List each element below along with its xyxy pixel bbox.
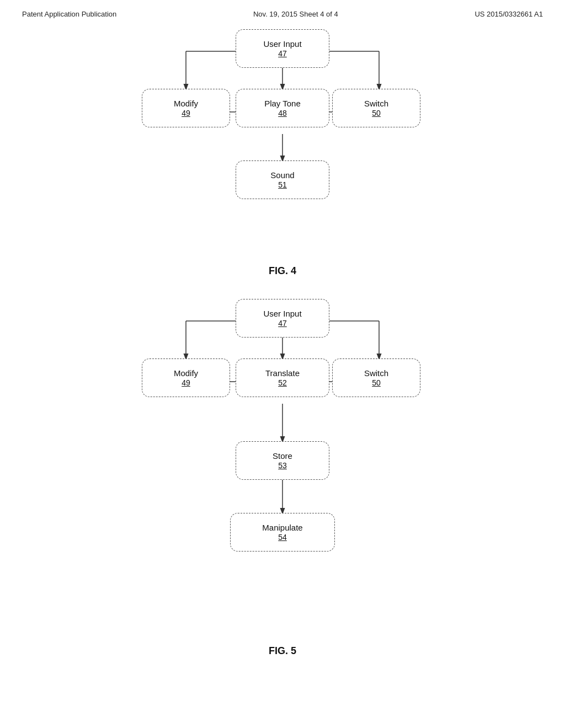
- page-header: Patent Application Publication Nov. 19, …: [0, 0, 565, 24]
- fig4-diagram: User Input 47 Modify 49 Play Tone 48 Swi…: [89, 24, 476, 228]
- fig5-diagram: User Input 47 Modify 49 Translate 52 Swi…: [89, 293, 476, 608]
- fig4-sound-box: Sound 51: [236, 160, 329, 199]
- fig4-modify-box: Modify 49: [142, 89, 230, 127]
- fig4-play-tone-box: Play Tone 48: [236, 89, 329, 127]
- fig4-switch-box: Switch 50: [332, 89, 420, 127]
- fig5-store-box: Store 53: [236, 441, 329, 480]
- fig5-user-input-box: User Input 47: [236, 299, 329, 338]
- fig4-label: FIG. 4: [269, 265, 296, 277]
- header-middle: Nov. 19, 2015 Sheet 4 of 4: [253, 10, 338, 18]
- header-left: Patent Application Publication: [22, 10, 116, 18]
- fig5-wrapper: User Input 47 Modify 49 Translate 52 Swi…: [0, 293, 565, 673]
- fig4-wrapper: User Input 47 Modify 49 Play Tone 48 Swi…: [0, 24, 565, 293]
- fig5-label: FIG. 5: [269, 645, 296, 657]
- fig5-switch-box: Switch 50: [332, 358, 420, 397]
- fig5-manipulate-box: Manipulate 54: [230, 513, 335, 552]
- header-right: US 2015/0332661 A1: [475, 10, 543, 18]
- fig5-modify-box: Modify 49: [142, 358, 230, 397]
- fig4-user-input-box: User Input 47: [236, 29, 329, 68]
- fig5-translate-box: Translate 52: [236, 358, 329, 397]
